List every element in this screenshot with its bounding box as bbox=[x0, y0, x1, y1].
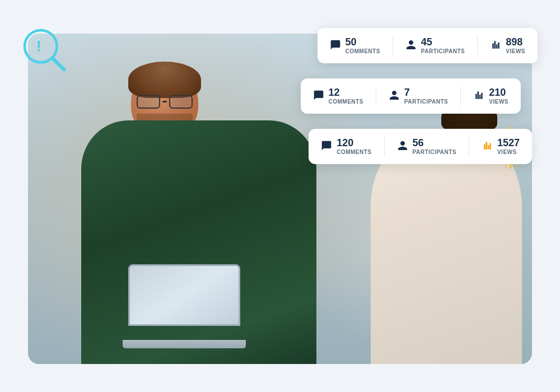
participants-label-3: PARTICIPANTS bbox=[413, 149, 456, 155]
stat-text-comments-3: 120 COMMENTS bbox=[337, 138, 371, 155]
laptop bbox=[123, 264, 246, 348]
stat-text-views-2: 210 VIEWS bbox=[489, 87, 508, 105]
views-number-3: 1527 bbox=[497, 138, 520, 149]
stat-card-2: 12 COMMENTS 7 PARTICIPANTS 210 VIEWS bbox=[301, 78, 521, 114]
stat-item-participants-1: 45 PARTICIPANTS bbox=[405, 37, 465, 54]
comment-icon-2 bbox=[313, 90, 324, 102]
stat-item-comments-1: 50 COMMENTS bbox=[330, 37, 380, 54]
participants-label-1: PARTICIPANTS bbox=[421, 48, 465, 54]
stat-item-participants-3: 56 PARTICIPANTS bbox=[397, 138, 456, 155]
stat-item-comments-2: 12 COMMENTS bbox=[313, 87, 363, 105]
views-number-2: 210 bbox=[489, 87, 506, 99]
person-main bbox=[53, 50, 330, 365]
participants-number-2: 7 bbox=[404, 87, 410, 99]
stat-text-participants-1: 45 PARTICIPANTS bbox=[421, 37, 465, 54]
chart-icon-2 bbox=[473, 90, 484, 102]
comments-label-3: COMMENTS bbox=[337, 149, 371, 155]
comment-icon-1 bbox=[330, 39, 341, 52]
laptop-screen bbox=[128, 264, 240, 326]
stat-item-participants-2: 7 PARTICIPANTS bbox=[389, 87, 448, 105]
chart-icon-1 bbox=[490, 39, 501, 52]
stat-item-views-3: 1527 VIEWS bbox=[482, 138, 520, 155]
stat-item-comments-3: 120 COMMENTS bbox=[321, 138, 371, 155]
comments-label-2: COMMENTS bbox=[329, 99, 363, 105]
lens-left bbox=[137, 95, 160, 109]
magnifier-icon: ! bbox=[20, 25, 70, 76]
divider-3b bbox=[469, 137, 469, 156]
views-label-1: VIEWS bbox=[506, 48, 525, 54]
hair-main bbox=[128, 62, 201, 98]
participants-number-3: 56 bbox=[413, 138, 424, 149]
stat-card-3: 120 COMMENTS 56 PARTICIPANTS 1527 VI bbox=[309, 129, 532, 164]
stat-item-views-1: 898 VIEWS bbox=[490, 37, 525, 54]
comments-label-1: COMMENTS bbox=[346, 48, 380, 54]
stat-text-participants-2: 7 PARTICIPANTS bbox=[404, 87, 448, 105]
divider-3a bbox=[384, 137, 385, 156]
divider-1a bbox=[393, 36, 393, 55]
views-number-1: 898 bbox=[506, 37, 522, 48]
divider-1b bbox=[477, 36, 478, 55]
stat-text-views-3: 1527 VIEWS bbox=[497, 138, 520, 155]
glasses bbox=[136, 94, 194, 110]
stat-text-participants-3: 56 PARTICIPANTS bbox=[413, 138, 456, 155]
comments-number-2: 12 bbox=[329, 87, 340, 99]
laptop-base bbox=[123, 340, 246, 348]
divider-2a bbox=[376, 86, 376, 106]
main-container: ! bbox=[11, 17, 549, 375]
svg-line-1 bbox=[53, 58, 64, 70]
person-icon-1 bbox=[405, 39, 417, 52]
stat-text-comments-2: 12 COMMENTS bbox=[329, 87, 363, 105]
svg-text:!: ! bbox=[36, 38, 41, 55]
person-icon-2 bbox=[389, 90, 400, 102]
views-label-2: VIEWS bbox=[489, 99, 508, 105]
person-icon-3 bbox=[397, 140, 408, 153]
stat-text-comments-1: 50 COMMENTS bbox=[346, 37, 380, 54]
comment-icon-3 bbox=[321, 140, 332, 153]
person2-body bbox=[371, 139, 522, 364]
comments-number-1: 50 bbox=[346, 37, 357, 48]
views-label-3: VIEWS bbox=[497, 149, 517, 155]
glasses-bridge bbox=[162, 101, 167, 102]
divider-2b bbox=[460, 86, 461, 106]
lens-right bbox=[169, 95, 193, 109]
participants-label-2: PARTICIPANTS bbox=[404, 99, 448, 105]
stat-text-views-1: 898 VIEWS bbox=[506, 37, 525, 54]
stat-item-views-2: 210 VIEWS bbox=[473, 87, 508, 105]
comments-number-3: 120 bbox=[337, 138, 353, 149]
stat-card-1: 50 COMMENTS 45 PARTICIPANTS 898 VIEWS bbox=[318, 28, 538, 63]
chart-icon-3 bbox=[482, 140, 493, 153]
participants-number-1: 45 bbox=[421, 37, 432, 48]
